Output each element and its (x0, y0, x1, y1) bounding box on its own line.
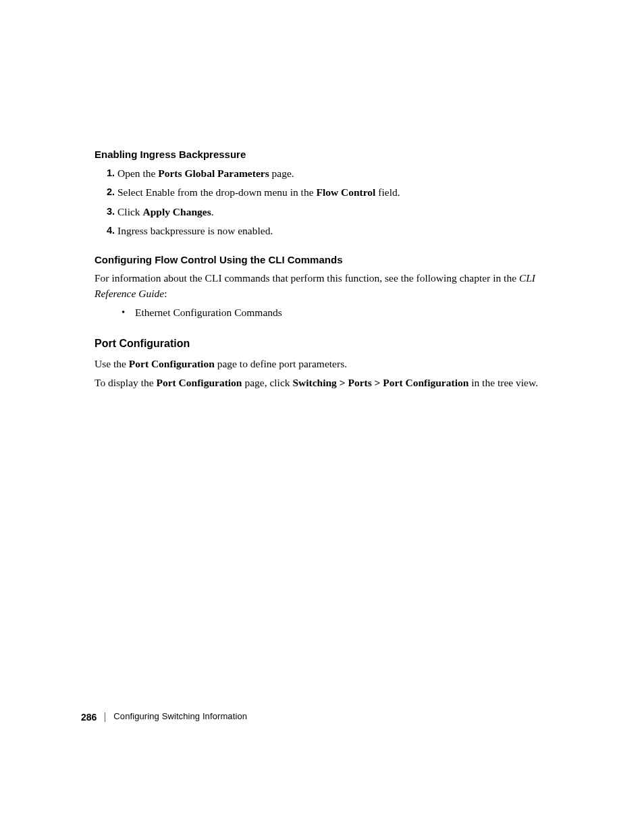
bullet-item: Ethernet Configuration Commands (95, 305, 563, 320)
document-page: Enabling Ingress Backpressure 1. Open th… (0, 0, 644, 834)
step-text: Select Enable from the drop-down menu in… (117, 186, 400, 198)
step-text: Ingress backpressure is now enabled. (117, 225, 273, 236)
step-item: 4. Ingress backpressure is now enabled. (95, 224, 563, 238)
page-footer: 286 Configuring Switching Information (81, 710, 247, 724)
step-item: 2. Select Enable from the drop-down menu… (95, 185, 563, 200)
body-paragraph: To display the Port Configuration page, … (95, 375, 563, 390)
page-number: 286 (81, 710, 97, 724)
step-number: 2. (101, 185, 115, 199)
step-item: 3. Click Apply Changes. (95, 205, 563, 219)
steps-list: 1. Open the Ports Global Parameters page… (95, 166, 563, 239)
step-number: 3. (101, 205, 115, 219)
chapter-title: Configuring Switching Information (113, 710, 247, 723)
footer-separator (105, 712, 105, 722)
body-paragraph: Use the Port Configuration page to defin… (95, 357, 563, 371)
heading-configuring-flow-control-cli: Configuring Flow Control Using the CLI C… (95, 253, 563, 267)
step-text: Open the Ports Global Parameters page. (117, 167, 294, 179)
step-number: 4. (101, 224, 115, 238)
step-item: 1. Open the Ports Global Parameters page… (95, 166, 563, 181)
body-paragraph: For information about the CLI commands t… (95, 271, 563, 301)
heading-enabling-ingress-backpressure: Enabling Ingress Backpressure (95, 147, 563, 162)
step-text: Click Apply Changes. (117, 206, 214, 217)
heading-port-configuration: Port Configuration (95, 336, 563, 351)
step-number: 1. (101, 166, 115, 180)
bullet-list: Ethernet Configuration Commands (95, 305, 563, 320)
